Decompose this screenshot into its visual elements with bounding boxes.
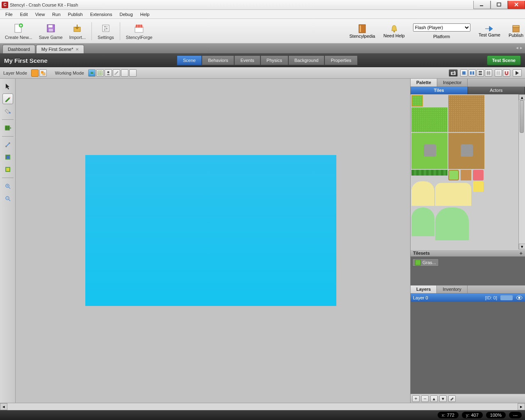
publish-button[interactable]: Publish	[509, 25, 523, 38]
scroll-left-icon[interactable]: ◂	[0, 403, 7, 410]
palette-tab[interactable]: Palette	[411, 79, 437, 87]
camera-button[interactable]	[449, 69, 458, 77]
scene-tab-properties[interactable]: Properties	[324, 55, 357, 65]
layer-down-button[interactable]: ▾	[439, 395, 447, 402]
test-scene-button[interactable]: Test Scene	[487, 55, 521, 65]
tiles-scrollbar[interactable]: ▴ ▾	[518, 94, 525, 249]
select-tool[interactable]	[2, 81, 13, 92]
menu-file[interactable]: File	[2, 11, 16, 18]
inspector-tab[interactable]: Inspector	[437, 79, 468, 87]
layers-tab[interactable]: Layers	[411, 285, 437, 293]
menu-debug[interactable]: Debug	[116, 11, 136, 18]
tiles-area[interactable]: ▴ ▾	[411, 94, 525, 249]
tile-grass-framed[interactable]	[448, 170, 459, 180]
tileset-item-grass[interactable]: Gras...	[412, 258, 439, 267]
line-tool[interactable]	[2, 139, 13, 150]
minimize-button[interactable]	[473, 1, 491, 9]
tab-dashboard[interactable]: Dashboard	[2, 45, 35, 53]
horizontal-scrollbar[interactable]: ◂ ▸	[0, 403, 525, 410]
zoom-out-tool[interactable]	[2, 193, 13, 204]
scroll-up-icon[interactable]: ▴	[519, 94, 525, 100]
tile-pink[interactable]	[473, 170, 484, 180]
tile-grass-edge[interactable]	[411, 170, 447, 176]
menu-extensions[interactable]: Extensions	[87, 11, 116, 18]
menu-view[interactable]: View	[32, 11, 49, 18]
need-help-button[interactable]: Need Help	[383, 24, 405, 38]
tile-dirt-small[interactable]	[461, 170, 471, 180]
stencylpedia-button[interactable]: Stencylpedia	[349, 24, 375, 39]
menu-publish[interactable]: Publish	[64, 11, 87, 18]
eye-icon[interactable]	[516, 295, 523, 300]
actors-subtab[interactable]: Actors	[468, 87, 525, 94]
poly-tool[interactable]	[2, 164, 13, 175]
pencil-tool[interactable]	[2, 94, 13, 104]
play-button[interactable]	[513, 69, 522, 77]
tile-grass-block[interactable]	[411, 107, 447, 132]
view-single-button[interactable]	[460, 69, 468, 77]
view-grid-button[interactable]	[485, 69, 492, 77]
close-button[interactable]	[508, 1, 525, 9]
view-split-v-button[interactable]	[477, 69, 484, 77]
scene-canvas[interactable]	[16, 79, 410, 403]
menu-help[interactable]: Help	[137, 11, 153, 18]
rect-tool[interactable]	[2, 152, 13, 162]
working-mode-region-button[interactable]	[121, 69, 128, 77]
zoom-in-tool[interactable]	[2, 181, 13, 192]
working-mode-physics-button[interactable]	[129, 69, 137, 77]
tile-tool[interactable]	[2, 123, 13, 133]
import-button[interactable]: Import...	[66, 21, 89, 41]
layer-mode-all-button[interactable]	[39, 69, 47, 77]
tile-dirt-hole[interactable]	[448, 133, 484, 169]
layer-color-swatch[interactable]	[500, 295, 513, 300]
scene-tab-events[interactable]: Events	[234, 55, 260, 65]
scene-tab-scene[interactable]: Scene	[177, 55, 202, 65]
stencylforge-button[interactable]: StencylForge	[123, 21, 156, 41]
tile-grass-hole[interactable]	[411, 133, 447, 169]
tile-bush-tan-small[interactable]	[411, 181, 434, 206]
snap-grid-button[interactable]	[495, 69, 502, 77]
scroll-right-icon[interactable]: ▸	[518, 403, 525, 410]
view-split-h-button[interactable]	[468, 69, 476, 77]
test-game-button[interactable]: Test Game	[479, 25, 500, 37]
working-mode-actors-button[interactable]	[105, 69, 112, 77]
inventory-tab[interactable]: Inventory	[437, 285, 467, 293]
platform-dropdown[interactable]: Flash (Player)	[413, 23, 470, 32]
status-zoom[interactable]: 100%	[486, 412, 506, 418]
add-layer-button[interactable]: +	[412, 395, 420, 402]
tab-prev-icon[interactable]: ◂	[516, 45, 518, 50]
remove-layer-button[interactable]: −	[421, 395, 429, 402]
layer-up-button[interactable]: ▴	[430, 395, 438, 402]
working-mode-joint-button[interactable]	[113, 69, 120, 77]
tile-bush-tan-wide[interactable]	[435, 183, 471, 206]
add-tileset-button[interactable]: +	[519, 250, 523, 256]
tile-dirt-block[interactable]	[448, 95, 484, 132]
menu-edit[interactable]: Edit	[16, 11, 32, 18]
create-new-button[interactable]: Create New...	[2, 21, 36, 41]
tile-bush-green-big[interactable]	[435, 208, 469, 240]
scene-tab-background[interactable]: Background	[288, 55, 325, 65]
save-game-button[interactable]: Save Game	[36, 21, 66, 41]
scroll-track[interactable]	[7, 403, 518, 410]
working-mode-tiles-button[interactable]	[96, 69, 104, 77]
tile-yellow[interactable]	[473, 181, 484, 192]
edit-layer-button[interactable]	[448, 395, 456, 402]
layer-mode-front-button[interactable]	[31, 69, 39, 77]
scroll-thumb[interactable]	[520, 100, 524, 133]
scene-viewport[interactable]	[85, 155, 336, 306]
scene-tab-behaviors[interactable]: Behaviors	[202, 55, 234, 65]
snap-magnet-button[interactable]	[503, 69, 510, 77]
tab-my-first-scene[interactable]: My First Scene*✕	[36, 45, 84, 53]
tab-next-icon[interactable]: ▸	[520, 45, 523, 50]
tile-grass-small[interactable]	[411, 95, 423, 107]
maximize-button[interactable]	[491, 1, 508, 9]
layer-row-0[interactable]: Layer 0 [ID: 0]	[411, 294, 525, 302]
scroll-down-icon[interactable]: ▾	[519, 244, 525, 249]
bucket-tool[interactable]	[2, 106, 13, 116]
menu-run[interactable]: Run	[48, 11, 64, 18]
settings-button[interactable]: Settings	[94, 21, 117, 41]
tile-bush-green-small[interactable]	[411, 208, 434, 236]
tiles-subtab[interactable]: Tiles	[411, 87, 468, 94]
scene-tab-physics[interactable]: Physics	[260, 55, 288, 65]
working-mode-terrain-button[interactable]	[88, 69, 96, 77]
close-tab-icon[interactable]: ✕	[75, 47, 79, 52]
